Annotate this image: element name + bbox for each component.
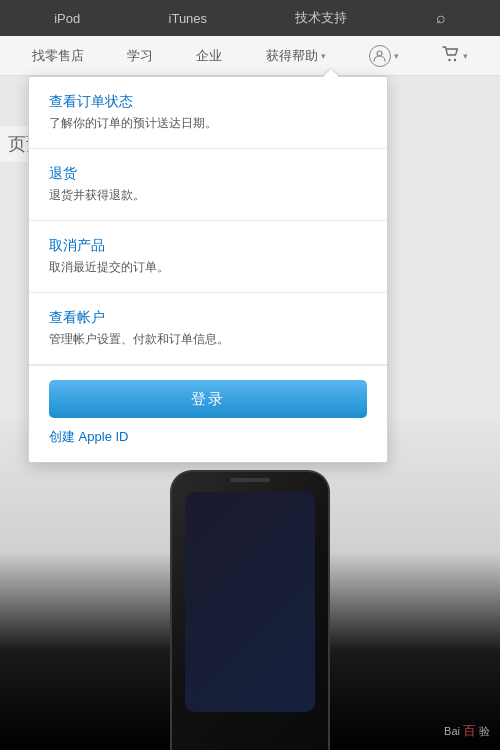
baidu-suffix: 验 xyxy=(479,724,490,739)
dropdown-caret xyxy=(323,69,339,77)
sec-nav-enterprise[interactable]: 企业 xyxy=(196,47,222,65)
dropdown-view-account[interactable]: 查看帐户 管理帐户设置、付款和订单信息。 xyxy=(29,293,387,365)
account-icon xyxy=(369,45,391,67)
search-icon[interactable]: ⌕ xyxy=(436,9,446,27)
cart-dropdown-arrow: ▾ xyxy=(463,51,468,61)
help-label: 获得帮助 xyxy=(266,47,318,65)
order-status-desc: 了解你的订单的预计送达日期。 xyxy=(49,115,367,132)
login-section: 登录 创建 Apple ID xyxy=(29,365,387,462)
account-dropdown-panel: 查看订单状态 了解你的订单的预计送达日期。 退货 退货并获得退款。 取消产品 取… xyxy=(28,76,388,463)
top-navigation: iPod iTunes 技术支持 ⌕ xyxy=(0,0,500,36)
top-nav-ipod[interactable]: iPod xyxy=(54,11,80,26)
main-content-area: 查看订单状态 了解你的订单的预计送达日期。 退货 退货并获得退款。 取消产品 取… xyxy=(0,76,500,750)
baidu-watermark: Bai 百 验 xyxy=(444,722,490,740)
dropdown-cancel-product[interactable]: 取消产品 取消最近提交的订单。 xyxy=(29,221,387,293)
login-button[interactable]: 登录 xyxy=(49,380,367,418)
cancel-product-title: 取消产品 xyxy=(49,237,367,255)
top-nav-tech-support[interactable]: 技术支持 xyxy=(295,9,347,27)
view-account-title: 查看帐户 xyxy=(49,309,367,327)
account-menu[interactable]: ▾ xyxy=(369,45,399,67)
top-nav-itunes[interactable]: iTunes xyxy=(169,11,208,26)
sec-nav-find-store[interactable]: 找零售店 xyxy=(32,47,84,65)
svg-point-2 xyxy=(454,58,456,60)
cart-icon xyxy=(442,46,460,66)
page-background: Bai 百 验 xyxy=(0,420,500,750)
secondary-navigation: 找零售店 学习 企业 获得帮助 ▾ ▾ ▾ xyxy=(0,36,500,76)
cart-menu[interactable]: ▾ xyxy=(442,46,468,66)
sec-nav-help[interactable]: 获得帮助 ▾ xyxy=(266,47,326,65)
return-desc: 退货并获得退款。 xyxy=(49,187,367,204)
return-title: 退货 xyxy=(49,165,367,183)
svg-point-0 xyxy=(377,51,382,56)
create-apple-id-link[interactable]: 创建 Apple ID xyxy=(49,428,128,446)
baidu-logo-icon: 百 xyxy=(463,722,476,740)
help-dropdown-arrow: ▾ xyxy=(321,51,326,61)
svg-point-1 xyxy=(449,58,451,60)
sec-nav-learn[interactable]: 学习 xyxy=(127,47,153,65)
view-account-desc: 管理帐户设置、付款和订单信息。 xyxy=(49,331,367,348)
dropdown-order-status[interactable]: 查看订单状态 了解你的订单的预计送达日期。 xyxy=(29,77,387,149)
baidu-text: Bai xyxy=(444,725,460,737)
phone-top-button xyxy=(230,478,270,482)
phone-device-silhouette xyxy=(170,470,330,750)
account-dropdown-arrow: ▾ xyxy=(394,51,399,61)
order-status-title: 查看订单状态 xyxy=(49,93,367,111)
dropdown-return[interactable]: 退货 退货并获得退款。 xyxy=(29,149,387,221)
cancel-product-desc: 取消最近提交的订单。 xyxy=(49,259,367,276)
phone-screen xyxy=(185,492,315,712)
